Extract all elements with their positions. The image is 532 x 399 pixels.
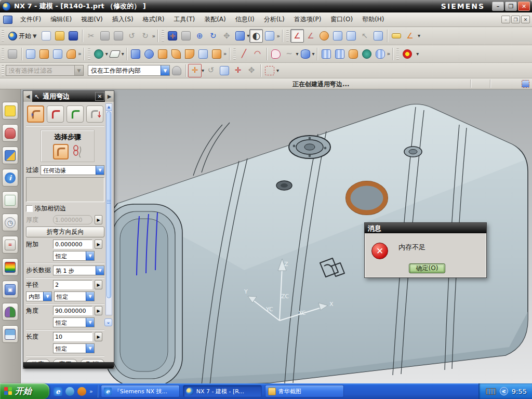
- toolbar-overflow-icon[interactable]: »: [276, 33, 280, 39]
- n-sided-surface-button[interactable]: [374, 47, 387, 61]
- message-title[interactable]: 消息: [365, 223, 486, 233]
- thickness-spinner[interactable]: ▶: [95, 215, 102, 224]
- internet-explorer-button[interactable]: i: [2, 169, 18, 187]
- sketch-button[interactable]: [6, 47, 19, 61]
- append-spinner[interactable]: ▶: [95, 240, 102, 249]
- length-spinner[interactable]: ▶: [95, 332, 102, 341]
- hem-flange-button[interactable]: [210, 47, 223, 61]
- pan-button[interactable]: ✥: [220, 29, 233, 43]
- angle-input[interactable]: [53, 306, 92, 315]
- tray-collapse-button[interactable]: <: [500, 387, 508, 395]
- roles-dropdown-icon[interactable]: ▾: [416, 51, 419, 57]
- through-curves-button[interactable]: [333, 47, 347, 61]
- quicklaunch-overflow-icon[interactable]: »: [89, 388, 93, 395]
- flange-type-4-button[interactable]: [86, 105, 103, 123]
- sphere-button[interactable]: [142, 47, 156, 61]
- ruled-surface-button[interactable]: [320, 47, 333, 61]
- dock-left-button[interactable]: ◀: [23, 91, 32, 102]
- zoom-button[interactable]: ⊕: [193, 29, 206, 43]
- measure-angle-button[interactable]: ∠: [403, 29, 417, 43]
- curve-mesh-button[interactable]: [360, 47, 374, 61]
- toolbar-grip[interactable]: [2, 48, 4, 60]
- task-button-nx[interactable]: NX 7 - 建模 - [R...: [183, 385, 262, 397]
- length-input[interactable]: [53, 332, 92, 341]
- flange-type-3-button[interactable]: [66, 105, 84, 123]
- part-navigator-button[interactable]: [2, 147, 18, 164]
- input-method-icon[interactable]: [486, 388, 496, 395]
- plane-dropdown-icon[interactable]: ▾: [122, 51, 124, 57]
- show-hide-button[interactable]: [331, 29, 344, 43]
- toolbar-overflow-icon[interactable]: »: [223, 51, 227, 57]
- ie-quicklaunch-icon[interactable]: e: [54, 387, 62, 396]
- measure-distance-button[interactable]: [390, 29, 403, 43]
- redo-button[interactable]: ↻: [139, 29, 152, 43]
- close-button[interactable]: ✕: [518, 2, 530, 11]
- measure-dropdown-icon[interactable]: ▾: [418, 33, 420, 38]
- open-file-button[interactable]: [53, 29, 66, 43]
- fit-view-button[interactable]: ✛: [166, 29, 179, 43]
- datum-plane-button[interactable]: [108, 47, 122, 61]
- history-palette-button[interactable]: ◷: [2, 214, 18, 231]
- point-constructor-button[interactable]: ✛: [231, 64, 245, 77]
- roles-button[interactable]: [2, 303, 18, 321]
- add-tangent-checkbox[interactable]: [26, 205, 33, 212]
- bend-button[interactable]: [169, 47, 183, 61]
- undo-button[interactable]: ↺: [125, 29, 139, 43]
- arc-button[interactable]: ◠: [251, 47, 264, 61]
- csys-dynamics-button[interactable]: ∠: [290, 29, 304, 43]
- sheet-flange-button[interactable]: [64, 47, 78, 61]
- append-input[interactable]: [53, 240, 92, 249]
- task-button-siemens-doc[interactable]: e 『Siemens NX 技...: [101, 385, 180, 397]
- edge-filter-combo[interactable]: 任何边缘 ▼: [41, 165, 104, 175]
- selected-hole-highlight[interactable]: [346, 181, 388, 215]
- toolbar-grip[interactable]: [162, 30, 164, 42]
- profile-button[interactable]: [269, 47, 283, 61]
- toolbar-overflow-icon[interactable]: »: [152, 33, 156, 39]
- display-mode-icon[interactable]: [522, 80, 529, 88]
- dialog-scrollbar[interactable]: ▲: [105, 103, 112, 315]
- orient-wcs-button[interactable]: ∠: [304, 29, 317, 43]
- contour-flange-button[interactable]: [183, 47, 196, 61]
- bounded-plane-button[interactable]: [129, 47, 142, 61]
- restore-button[interactable]: ❐: [505, 2, 517, 11]
- radius-side-combo[interactable]: 内部 ▼: [26, 291, 52, 301]
- spline-dropdown-icon[interactable]: ▾: [296, 51, 299, 57]
- stamp-button[interactable]: [299, 47, 312, 61]
- stamp-dropdown-icon[interactable]: ▾: [312, 51, 315, 57]
- doc-minimize-button[interactable]: –: [501, 16, 510, 23]
- role-palette-button[interactable]: [317, 29, 331, 43]
- menu-analysis[interactable]: 分析(L): [259, 13, 289, 26]
- task-button-screenshot-folder[interactable]: 青华截图: [265, 385, 344, 397]
- step-combo[interactable]: 第 1 步 ▼: [53, 265, 104, 275]
- swap-view-button[interactable]: [371, 29, 385, 43]
- scrollbar-thumb[interactable]: [107, 111, 111, 298]
- scene-editor-button[interactable]: ▣: [2, 281, 18, 298]
- block-button[interactable]: [156, 47, 169, 61]
- angle-spinner[interactable]: ▶: [95, 306, 102, 315]
- save-button[interactable]: [66, 29, 80, 43]
- zoom-box-button[interactable]: [179, 29, 193, 43]
- length-mode-combo[interactable]: 恒定 ▼: [53, 343, 95, 353]
- scroll-up-icon[interactable]: ▲: [106, 104, 112, 111]
- radius-mode-combo[interactable]: 恒定 ▼: [54, 291, 95, 301]
- radius-spinner[interactable]: ▶: [95, 280, 102, 289]
- paste-button[interactable]: [112, 29, 125, 43]
- menu-preferences[interactable]: 首选项(P): [289, 13, 326, 26]
- start-menu-button[interactable]: 开始 ▾: [6, 31, 39, 42]
- assembly-navigator-button[interactable]: [2, 102, 18, 119]
- doc-close-button[interactable]: ✕: [521, 16, 530, 23]
- menu-edit[interactable]: 编辑(E): [46, 13, 76, 26]
- rollback-button[interactable]: ↺: [204, 64, 218, 77]
- shaded-view-button[interactable]: [233, 29, 247, 43]
- mediaplayer-quicklaunch-icon[interactable]: [77, 387, 86, 396]
- app-menu-icon[interactable]: [3, 16, 12, 24]
- toolbar-overflow-icon[interactable]: »: [387, 51, 391, 57]
- toolbar-grip[interactable]: [286, 30, 289, 42]
- selection-filter-combo[interactable]: 没有选择过滤器 ▼: [6, 65, 84, 76]
- menu-info[interactable]: 信息(I): [231, 13, 259, 26]
- start-button[interactable]: 开始: [0, 383, 49, 399]
- toolbar-overflow-icon[interactable]: »: [78, 51, 82, 57]
- sheet-body-button[interactable]: [196, 47, 210, 61]
- menu-help[interactable]: 帮助(H): [357, 13, 389, 26]
- marquee-dropdown-icon[interactable]: ▾: [276, 68, 279, 73]
